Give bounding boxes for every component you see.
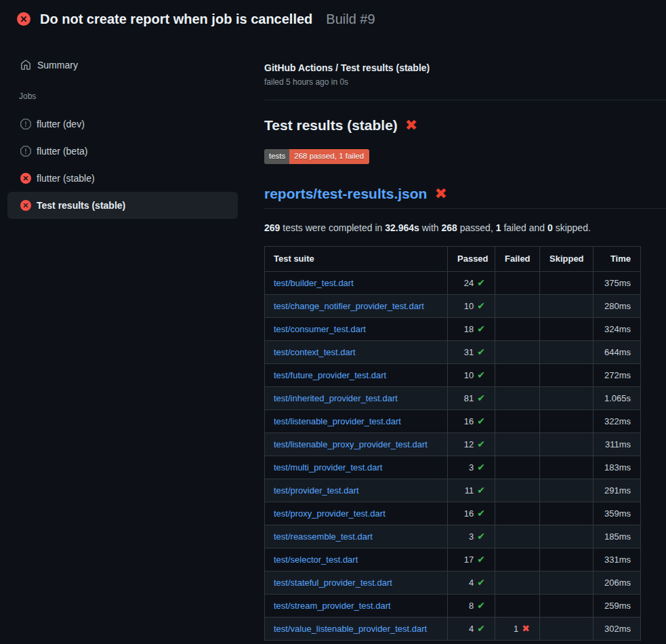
failed-cell bbox=[495, 479, 540, 502]
column-header-test-suite: Test suite bbox=[265, 246, 448, 271]
time-cell: 1.065s bbox=[594, 386, 641, 409]
test-suite-link[interactable]: test/consumer_test.dart bbox=[274, 324, 366, 334]
passed-cell: 31✔ bbox=[448, 340, 495, 363]
test-suite-link[interactable]: test/context_test.dart bbox=[274, 347, 356, 357]
section-title-text: Test results (stable) bbox=[264, 117, 398, 134]
passed-cell: 3✔ bbox=[448, 456, 495, 479]
skipped-cell bbox=[540, 525, 594, 548]
passed-count: 3 bbox=[469, 462, 474, 472]
passed-cell: 16✔ bbox=[448, 409, 495, 432]
skipped-cell bbox=[540, 340, 594, 363]
passed-cell: 16✔ bbox=[448, 502, 495, 525]
test-suite-link[interactable]: test/stateful_provider_test.dart bbox=[274, 578, 392, 588]
test-suite-cell: test/selector_test.dart bbox=[265, 548, 448, 571]
passed-count: 31 bbox=[464, 347, 474, 357]
test-suite-link[interactable]: test/proxy_provider_test.dart bbox=[274, 508, 386, 519]
table-row: test/proxy_provider_test.dart16✔359ms bbox=[265, 502, 641, 525]
test-suite-link[interactable]: test/reassemble_test.dart bbox=[274, 531, 373, 542]
summary-segment: passed, bbox=[457, 222, 496, 233]
passed-count: 12 bbox=[464, 439, 474, 449]
failed-cell bbox=[495, 432, 540, 456]
time-cell: 311ms bbox=[594, 432, 641, 456]
passed-count: 24 bbox=[464, 278, 474, 288]
skipped-cell bbox=[540, 571, 594, 594]
test-suite-link[interactable]: test/stream_provider_test.dart bbox=[274, 601, 391, 611]
failed-cell bbox=[495, 525, 540, 548]
table-row: test/reassemble_test.dart3✔185ms bbox=[265, 525, 641, 548]
section-title: Test results (stable) ✖ bbox=[264, 117, 666, 134]
sidebar-job-flutter-stable[interactable]: flutter (stable) bbox=[7, 165, 238, 192]
passed-cell: 4✔ bbox=[448, 571, 495, 594]
sidebar-job-flutter-dev[interactable]: flutter (dev) bbox=[7, 110, 238, 138]
passed-count: 3 bbox=[469, 531, 474, 542]
table-body: test/builder_test.dart24✔375mstest/chang… bbox=[265, 271, 641, 640]
test-suite-cell: test/stream_provider_test.dart bbox=[265, 594, 448, 617]
test-suite-cell: test/inherited_provider_test.dart bbox=[265, 386, 448, 409]
summary-segment: 0 bbox=[547, 222, 553, 233]
check-icon: ✔ bbox=[477, 439, 485, 449]
failed-cell bbox=[495, 317, 540, 340]
passed-count: 10 bbox=[464, 301, 474, 311]
test-suite-link[interactable]: test/listenable_proxy_provider_test.dart bbox=[274, 439, 428, 449]
column-header-failed: Failed bbox=[495, 246, 540, 271]
run-header: Do not create report when job is cancell… bbox=[0, 0, 666, 38]
passed-count: 18 bbox=[464, 324, 474, 334]
test-suite-link[interactable]: test/multi_provider_test.dart bbox=[274, 462, 382, 472]
summary-segment: 269 bbox=[264, 222, 280, 233]
time-cell: 272ms bbox=[594, 363, 641, 386]
time-cell: 183ms bbox=[594, 456, 641, 479]
failed-cell bbox=[495, 294, 540, 317]
sidebar-job-test-results-stable[interactable]: Test results (stable) bbox=[7, 192, 238, 219]
test-suite-link[interactable]: test/builder_test.dart bbox=[274, 278, 354, 288]
jobs-section-label: Jobs bbox=[19, 92, 264, 101]
table-row: test/context_test.dart31✔644ms bbox=[265, 340, 641, 363]
test-suite-cell: test/change_notifier_provider_test.dart bbox=[265, 294, 448, 317]
passed-count: 10 bbox=[464, 370, 474, 380]
skipped-cell bbox=[540, 456, 594, 479]
failed-cell bbox=[495, 548, 540, 571]
sidebar-item-summary[interactable]: Summary bbox=[0, 54, 264, 76]
column-header-skipped: Skipped bbox=[540, 246, 594, 271]
table-row: test/listenable_provider_test.dart16✔322… bbox=[265, 409, 641, 432]
check-icon: ✔ bbox=[477, 369, 485, 380]
passed-count: 4 bbox=[469, 578, 474, 588]
test-suite-link[interactable]: test/listenable_provider_test.dart bbox=[274, 416, 401, 426]
test-suite-link[interactable]: test/value_listenable_provider_test.dart bbox=[274, 624, 427, 634]
breadcrumb: GitHub Actions / Test results (stable) bbox=[264, 62, 666, 73]
check-icon: ✔ bbox=[477, 531, 485, 542]
test-suite-cell: test/listenable_provider_test.dart bbox=[265, 409, 448, 432]
passed-count: 16 bbox=[464, 508, 474, 519]
passed-count: 16 bbox=[464, 416, 474, 426]
table-row: test/change_notifier_provider_test.dart1… bbox=[265, 294, 641, 317]
passed-count: 4 bbox=[469, 624, 474, 634]
test-suite-cell: test/stateful_provider_test.dart bbox=[265, 571, 448, 594]
table-row: test/provider_test.dart11✔291ms bbox=[265, 479, 641, 502]
test-suite-link[interactable]: test/provider_test.dart bbox=[274, 485, 359, 496]
x-circle-fill-icon bbox=[17, 12, 30, 26]
job-label: flutter (stable) bbox=[37, 173, 95, 184]
passed-cell: 18✔ bbox=[448, 317, 495, 340]
failed-cell bbox=[495, 571, 540, 594]
check-icon: ✔ bbox=[477, 346, 485, 357]
summary-segment: 32.964s bbox=[385, 222, 419, 233]
test-suite-cell: test/future_provider_test.dart bbox=[265, 363, 448, 386]
table-row: test/stream_provider_test.dart8✔259ms bbox=[265, 594, 641, 617]
check-icon: ✔ bbox=[477, 393, 485, 403]
report-file-link[interactable]: reports/test-results.json bbox=[264, 186, 427, 202]
test-results-table: Test suitePassedFailedSkippedTime test/b… bbox=[264, 246, 641, 641]
skipped-cell bbox=[540, 409, 594, 432]
home-icon bbox=[20, 60, 31, 71]
test-suite-link[interactable]: test/selector_test.dart bbox=[274, 555, 358, 565]
time-cell: 185ms bbox=[594, 525, 641, 548]
table-row: test/listenable_proxy_provider_test.dart… bbox=[265, 432, 641, 456]
table-row: test/consumer_test.dart18✔324ms bbox=[265, 317, 641, 340]
sidebar: Summary Jobs flutter (dev) flutter (beta… bbox=[0, 38, 264, 219]
sidebar-job-flutter-beta[interactable]: flutter (beta) bbox=[7, 138, 238, 165]
skipped-cell bbox=[540, 386, 594, 409]
test-suite-link[interactable]: test/future_provider_test.dart bbox=[274, 370, 386, 380]
test-suite-link[interactable]: test/inherited_provider_test.dart bbox=[274, 393, 398, 403]
test-suite-link[interactable]: test/change_notifier_provider_test.dart bbox=[274, 301, 424, 311]
failed-cell bbox=[495, 409, 540, 432]
passed-count: 81 bbox=[464, 393, 474, 403]
passed-cell: 81✔ bbox=[448, 386, 495, 409]
